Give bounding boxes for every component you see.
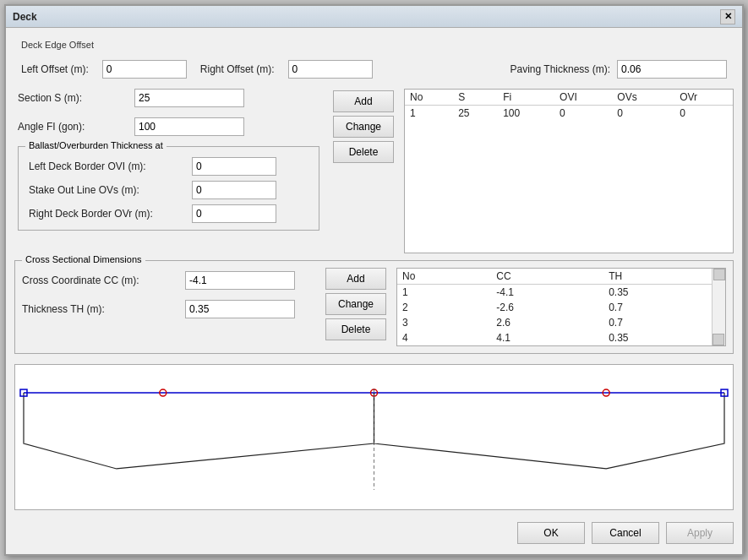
cross-change-button[interactable]: Change [325,293,386,315]
scrollbar[interactable] [712,269,725,345]
deck-drawing [15,365,733,509]
paving-label: Paving Thickness (m): [510,63,610,75]
cross-buttons: Add Change Delete [322,268,390,346]
section-buttons: Add Change Delete [330,89,397,253]
col-ovi: OVI [554,90,612,106]
th-label: Thickness TH (m): [22,303,178,315]
table-row: 1-4.10.35 [397,285,725,301]
ok-button[interactable]: OK [517,522,585,544]
stake-input[interactable] [192,181,276,199]
cross-table-container: No CC TH 1-4.10.352-2.60.732.60.744.10.3… [396,268,726,346]
right-deck-row: Right Deck Border OVr (m): [29,204,312,223]
left-deck-label: Left Deck Border OVI (m): [29,160,185,172]
ballast-group: Ballast/Overburden Thickness at Left Dec… [18,146,319,231]
paving-section: Paving Thickness (m): [510,60,727,79]
section-s-label: Section S (m): [18,92,128,104]
cc-label: Cross Coordinate CC (m): [22,275,178,286]
section-s-input[interactable] [134,89,244,107]
table-row: 2-2.60.7 [397,300,725,315]
th-input[interactable] [185,300,295,318]
apply-button[interactable]: Apply [666,522,734,544]
title-bar: Deck ✕ [6,6,742,28]
col-ovr: OVr [674,90,733,106]
deck-edge-offset-label: Deck Edge Offset [21,40,94,50]
deck-dialog: Deck ✕ Deck Edge Offset Left Offset (m):… [4,4,744,556]
angle-row: Angle FI (gon): [18,117,319,136]
dialog-content: Deck Edge Offset Left Offset (m): Right … [6,28,742,554]
cancel-button[interactable]: Cancel [592,522,659,544]
right-offset-label: Right Offset (m): [200,63,275,75]
paving-input[interactable] [617,60,727,79]
angle-input[interactable] [134,117,244,136]
cross-inputs: Cross Coordinate CC (m): Thickness TH (m… [22,271,315,346]
left-offset-label: Left Offset (m): [21,63,89,75]
left-deck-input[interactable] [192,157,276,176]
col-s: S [453,90,498,106]
section-table: No S Fi OVI OVs OVr 125100000 [404,89,734,253]
section-add-button[interactable]: Add [333,90,394,112]
window-title: Deck [13,11,37,23]
section-change-button[interactable]: Change [333,116,394,138]
cross-add-button[interactable]: Add [325,268,386,290]
section-delete-button[interactable]: Delete [333,141,394,163]
th-row: Thickness TH (m): [22,300,315,318]
col-no: No [405,90,453,106]
col-ovs: OVs [612,90,674,106]
left-offset-input[interactable] [102,60,187,79]
table-row: 44.10.35 [397,330,725,345]
stake-label: Stake Out Line OVs (m): [29,184,185,196]
deck-canvas [14,364,734,510]
left-deck-row: Left Deck Border OVI (m): [29,157,312,176]
close-button[interactable]: ✕ [720,9,735,24]
right-deck-label: Right Deck Border OVr (m): [29,208,185,220]
stake-row: Stake Out Line OVs (m): [29,181,312,199]
cross-section-label: Cross Sectional Dimensions [22,254,145,264]
ballast-label: Ballast/Overburden Thickness at [25,140,167,150]
cross-delete-button[interactable]: Delete [325,318,386,340]
right-deck-input[interactable] [192,204,276,223]
cross-data-table: No CC TH 1-4.10.352-2.60.732.60.744.10.3… [397,269,725,345]
cc-row: Cross Coordinate CC (m): [22,271,315,290]
footer-buttons: OK Cancel Apply [14,517,734,546]
cross-col-no: No [397,269,491,285]
col-fi: Fi [498,90,554,106]
section-data-table: No S Fi OVI OVs OVr 125100000 [405,90,733,121]
table-row: 125100000 [405,106,733,122]
angle-label: Angle FI (gon): [18,121,128,133]
right-offset-input[interactable] [288,60,373,79]
cross-col-cc: CC [491,269,603,285]
cross-col-th: TH [603,269,725,285]
cc-input[interactable] [185,271,295,290]
table-row: 32.60.7 [397,315,725,330]
section-s-row: Section S (m): [18,89,319,107]
